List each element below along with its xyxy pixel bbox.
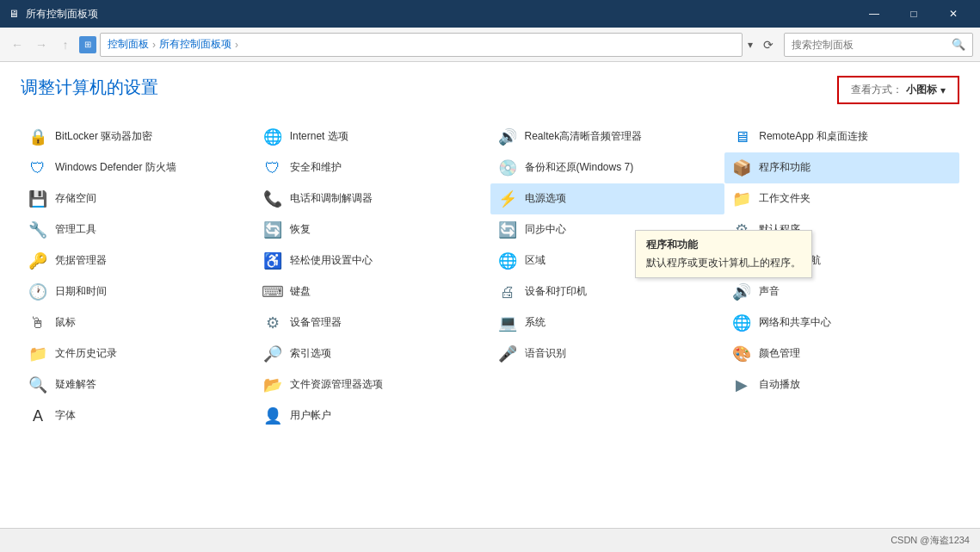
list-item[interactable]: 💾存储空间 [21,183,256,214]
maximize-button[interactable]: □ [894,0,934,28]
refresh-button[interactable]: ⟳ [756,33,780,57]
column-2: 🌐Internet 选项🛡安全和维护📞电话和调制解调器🔄恢复♿轻松使用设置中心⌨… [256,121,490,431]
list-item[interactable]: 🔧管理工具 [21,214,256,245]
list-item[interactable]: 🛡Windows Defender 防火墙 [21,152,256,183]
item-icon: ▶ [731,375,752,395]
list-item[interactable]: 📦程序和功能 [724,152,959,183]
item-label: BitLocker 驱动器加密 [55,130,152,144]
item-label: 声音 [759,285,780,299]
list-item[interactable]: 📁文件历史记录 [21,338,256,369]
item-icon: 🔄 [497,220,518,240]
tooltip-overlay: 程序和功能 默认程序或更改计算机上的程序。 [635,230,812,278]
list-item[interactable]: ⚡电源选项 [490,183,725,214]
breadcrumb: 控制面板 › 所有控制面板项 › [100,33,743,57]
item-label: 字体 [55,409,76,423]
item-icon: 🔍 [28,375,48,395]
dropdown-button[interactable]: ▾ [748,39,753,51]
list-item[interactable]: 📞电话和调制解调器 [256,183,490,214]
list-item[interactable]: 🖥RemoteApp 和桌面连接 [724,121,959,152]
item-icon: 💿 [497,158,518,178]
list-item[interactable]: 🛡安全和维护 [256,152,490,183]
item-icon: ⌨ [262,282,283,302]
item-icon: 🔊 [731,282,752,302]
item-label: 设备管理器 [290,316,342,330]
list-item[interactable]: 🌐网络和共享中心 [724,307,959,338]
item-label: 存储空间 [55,192,96,206]
item-icon: 🖥 [731,127,752,147]
list-item[interactable]: A字体 [21,400,256,431]
view-mode-button[interactable]: 查看方式： 小图标 ▾ [837,76,959,104]
item-icon: 🛡 [28,158,48,178]
item-icon: 🎨 [731,344,752,364]
search-icon[interactable]: 🔍 [952,38,965,51]
list-item[interactable]: ▶自动播放 [724,369,959,400]
item-label: 文件资源管理器选项 [290,378,383,392]
list-item[interactable]: 🔊Realtek高清晰音频管理器 [490,121,725,152]
item-label: 安全和维护 [290,161,342,175]
minimize-button[interactable]: — [854,0,894,28]
item-icon: 🛡 [262,158,283,178]
item-label: 同步中心 [525,223,566,237]
item-icon: 🔧 [28,220,48,240]
item-icon: 👤 [262,406,283,426]
list-item[interactable]: 🖨设备和打印机 [490,276,725,307]
list-item[interactable]: 🖱鼠标 [21,307,256,338]
item-label: 程序和功能 [759,161,811,175]
list-item[interactable]: 🔒BitLocker 驱动器加密 [21,121,256,152]
item-label: 设备和打印机 [525,285,587,299]
list-item[interactable]: 🎤语音识别 [490,338,725,369]
tooltip-title: 程序和功能 [646,238,801,252]
item-label: 颜色管理 [759,347,800,361]
item-icon: 🌐 [731,313,752,333]
list-item[interactable]: ⚙设备管理器 [256,307,490,338]
view-mode-arrow: ▾ [940,84,946,96]
list-item[interactable]: 🔍疑难解答 [21,369,256,400]
up-button[interactable]: ↑ [55,34,76,55]
item-icon: 📁 [731,189,752,209]
window-icon: 🖥 [7,7,21,21]
item-label: 网络和共享中心 [759,316,831,330]
list-item[interactable]: 📂文件资源管理器选项 [256,369,490,400]
list-item[interactable]: 🌐Internet 选项 [256,121,490,152]
item-icon: 🔄 [262,220,283,240]
item-icon: 📞 [262,189,283,209]
item-label: 区域 [525,254,545,268]
item-label: 日期和时间 [55,285,107,299]
title-bar: 🖥 所有控制面板项 — □ ✕ [0,0,980,28]
list-item[interactable]: 🔊声音 [724,276,959,307]
list-item[interactable]: 🎨颜色管理 [724,338,959,369]
close-button[interactable]: ✕ [934,0,973,28]
view-mode-value: 小图标 [906,83,937,97]
back-button[interactable]: ← [7,34,28,55]
breadcrumb-item-allitems[interactable]: 所有控制面板项 [159,37,231,52]
list-item[interactable]: 🕐日期和时间 [21,276,256,307]
list-item[interactable]: 🔄恢复 [256,214,490,245]
list-item[interactable]: 🔎索引选项 [256,338,490,369]
list-item[interactable]: 📁工作文件夹 [724,183,959,214]
list-item[interactable]: ⌨键盘 [256,276,490,307]
item-icon: 💾 [28,189,48,209]
item-icon: ⚙ [262,313,283,333]
list-item[interactable]: 💿备份和还原(Windows 7) [490,152,725,183]
page-header: 调整计算机的设置 查看方式： 小图标 ▾ [21,76,959,104]
list-item[interactable]: ♿轻松使用设置中心 [256,245,490,276]
item-label: 恢复 [290,223,311,237]
item-label: 鼠标 [55,316,76,330]
search-input[interactable] [792,39,952,51]
item-icon: 🔎 [262,344,283,364]
breadcrumb-item-controlpanel[interactable]: 控制面板 [108,37,149,52]
item-icon: 🔊 [497,127,518,147]
list-item[interactable]: 🔑凭据管理器 [21,245,256,276]
item-label: RemoteApp 和桌面连接 [759,130,868,144]
search-area: 🔍 [784,33,973,57]
breadcrumb-chevron2: › [235,39,238,51]
column-1: 🔒BitLocker 驱动器加密🛡Windows Defender 防火墙💾存储… [21,121,256,431]
list-item[interactable]: 👤用户帐户 [256,400,490,431]
forward-button[interactable]: → [31,34,52,55]
view-mode-label: 查看方式： [851,83,903,97]
status-text: CSDN @海盗1234 [891,534,970,547]
window-title: 所有控制面板项 [26,7,854,22]
item-label: 系统 [525,316,545,330]
list-item[interactable]: 💻系统 [490,307,725,338]
breadcrumb-chevron: › [152,39,156,51]
